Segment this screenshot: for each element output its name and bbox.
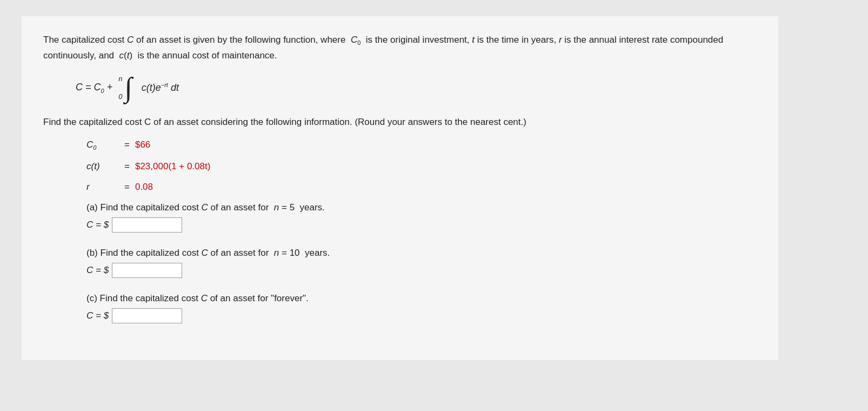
main-content: The capitalized cost C of an asset is gi… bbox=[22, 16, 778, 360]
part-a-section: (a) Find the capitalized cost C of an as… bbox=[86, 202, 757, 233]
formula-block: C = C0 + n 0 ∫ c(t)e−rt dt bbox=[76, 74, 757, 102]
given-ct-label: c(t) bbox=[86, 161, 119, 172]
given-r-label: r bbox=[86, 182, 119, 193]
formula-lhs: C = C0 + bbox=[76, 82, 115, 94]
given-ct-red-part: $23,000 bbox=[135, 161, 168, 171]
part-c-question: (c) Find the capitalized cost C of an as… bbox=[86, 293, 757, 304]
part-b-section: (b) Find the capitalized cost C of an as… bbox=[86, 248, 757, 278]
given-r-value: 0.08 bbox=[135, 182, 153, 193]
find-intro-text: Find the capitalized cost C of an asset … bbox=[43, 117, 757, 128]
part-a-question: (a) Find the capitalized cost C of an as… bbox=[86, 202, 757, 213]
given-ct-value: $23,000(1 + 0.08t) bbox=[135, 161, 210, 172]
limit-bottom: 0 bbox=[118, 92, 122, 101]
given-c0-value: $66 bbox=[135, 140, 150, 150]
given-r-eq: = bbox=[124, 182, 130, 193]
given-ct-eq: = bbox=[124, 161, 130, 172]
part-b-answer-row: C = $ bbox=[86, 263, 757, 278]
given-ct-black-part: (1 + 0.08t) bbox=[168, 161, 210, 171]
part-a-answer-row: C = $ bbox=[86, 217, 757, 233]
integral-symbol: ∫ bbox=[124, 74, 132, 102]
given-c0-eq: = bbox=[124, 140, 130, 150]
integral-integrand: c(t)e−rt dt bbox=[139, 82, 179, 94]
part-c-section: (c) Find the capitalized cost C of an as… bbox=[86, 293, 757, 323]
given-r-row: r = 0.08 bbox=[86, 182, 757, 193]
given-ct-row: c(t) = $23,000(1 + 0.08t) bbox=[86, 161, 757, 172]
part-b-question: (b) Find the capitalized cost C of an as… bbox=[86, 248, 757, 258]
part-b-answer-label: C = $ bbox=[86, 265, 109, 276]
intro-paragraph: The capitalized cost C of an asset is gi… bbox=[43, 32, 757, 63]
part-a-input[interactable] bbox=[112, 217, 182, 233]
part-c-answer-row: C = $ bbox=[86, 308, 757, 323]
part-b-input[interactable] bbox=[112, 263, 182, 278]
part-c-answer-label: C = $ bbox=[86, 310, 109, 321]
integral-limits: n 0 bbox=[118, 75, 122, 101]
given-values: C0 = $66 c(t) = $23,000(1 + 0.08t) r = 0… bbox=[86, 140, 757, 192]
part-a-answer-label: C = $ bbox=[86, 220, 109, 230]
given-c0-row: C0 = $66 bbox=[86, 140, 757, 151]
part-c-input[interactable] bbox=[112, 308, 182, 323]
limit-top: n bbox=[118, 75, 122, 83]
integral-container: n 0 ∫ bbox=[118, 74, 133, 102]
given-c0-label: C0 bbox=[86, 140, 119, 151]
